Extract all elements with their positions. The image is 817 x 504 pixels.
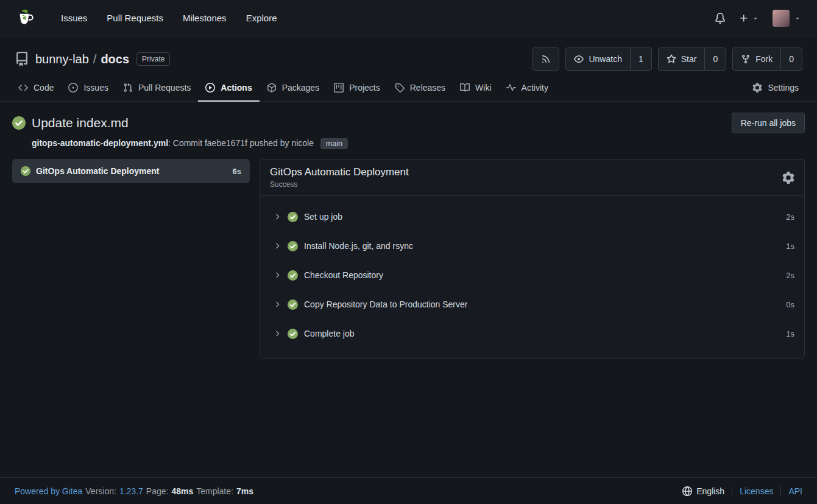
chevron-right-icon [273,242,281,250]
jobs-sidebar: GitOps Automatic Deployment 6s [12,159,250,183]
star-button-group: Star 0 [658,47,726,71]
branch-badge[interactable]: main [320,138,348,149]
job-duration: 6s [233,167,241,176]
fork-count[interactable]: 0 [780,48,802,70]
star-button[interactable]: Star [659,48,705,70]
powered-by-gitea-link[interactable]: Powered by Gitea [15,486,82,496]
watch-button-group: Unwatch 1 [565,47,651,71]
step-success-check-icon [288,299,298,310]
job-list-item[interactable]: GitOps Automatic Deployment 6s [12,159,250,183]
step-duration: 2s [786,212,794,222]
fork-button[interactable]: Fork [733,48,780,70]
repo-name-link[interactable]: docs [101,52,129,66]
step-name: Set up job [304,212,342,222]
step-name: Complete job [304,329,355,338]
tab-code[interactable]: Code [11,75,61,102]
step-name: Checkout Repository [304,270,383,280]
actions-run-view: Update index.md Re-run all jobs gitops-a… [0,102,817,359]
api-link[interactable]: API [788,486,802,496]
globe-icon [682,486,692,496]
nav-link-explore[interactable]: Explore [236,8,287,28]
project-board-icon [334,83,344,93]
version-label: Version: [85,486,116,496]
job-detail-header: GitOps Automatic Deployment Success [260,159,804,196]
repo-action-buttons: Unwatch 1 Star 0 Fork 0 [532,47,802,71]
workflow-file-link[interactable]: gitops-automatic-deployment.yml [32,138,168,148]
step-duration: 1s [786,242,794,251]
pulse-icon [506,83,516,93]
step-row[interactable]: Complete job 1s [260,319,804,348]
step-success-check-icon [288,270,298,281]
tab-settings[interactable]: Settings [745,75,806,102]
tab-issues[interactable]: Issues [61,75,115,102]
rerun-all-jobs-button[interactable]: Re-run all jobs [732,113,805,133]
repo-icon [15,52,29,66]
job-steps-list: Set up job 2s Install Node.js, git, and … [260,196,804,358]
chevron-right-icon [273,329,281,338]
tab-wiki[interactable]: Wiki [453,75,498,102]
plus-icon [739,13,749,23]
create-new-button[interactable] [739,13,759,23]
nav-link-milestones[interactable]: Milestones [173,8,236,28]
tab-activity[interactable]: Activity [499,75,556,102]
fork-button-group: Fork 0 [732,47,802,71]
step-success-check-icon [288,241,298,251]
star-count[interactable]: 0 [704,48,726,70]
top-navbar: Issues Pull Requests Milestones Explore [0,0,817,37]
job-options-gear-icon[interactable] [782,172,794,184]
unwatch-button[interactable]: Unwatch [566,48,629,70]
gitea-logo[interactable] [16,9,35,28]
step-row[interactable]: Copy Repository Data to Production Serve… [260,290,804,319]
notifications-bell-icon[interactable] [715,13,726,24]
run-subtitle: gitops-automatic-deployment.yml: Commit … [32,138,805,149]
private-badge: Private [136,52,170,66]
tab-packages[interactable]: Packages [260,75,327,102]
chevron-down-icon [794,15,801,22]
job-status-text: Success [270,180,782,189]
watch-count[interactable]: 1 [630,48,651,70]
avatar [773,10,790,27]
tab-pull-requests[interactable]: Pull Requests [116,75,198,102]
settings-gear-icon [752,83,762,93]
package-icon [267,83,277,93]
fork-icon [741,54,751,64]
issue-icon [68,83,78,93]
page-time-value: 48ms [171,486,193,496]
nav-link-issues[interactable]: Issues [51,8,97,28]
step-duration: 0s [786,300,794,309]
step-row[interactable]: Checkout Repository 2s [260,261,804,290]
job-detail-title: GitOps Automatic Deployment [270,166,782,178]
repo-title-separator: / [93,52,97,66]
footer-divider [780,486,781,496]
eye-icon [574,54,584,64]
step-duration: 2s [786,271,794,280]
chevron-right-icon [273,212,281,221]
run-title: Update index.md [32,116,129,130]
user-menu-button[interactable] [773,10,801,27]
step-row[interactable]: Set up job 2s [260,202,804,231]
commit-info-text: : Commit faebe1671f pushed by nicole [168,138,314,148]
repo-header: bunny-lab / docs Private Unwatch 1 Star [0,37,817,102]
repo-title: bunny-lab / docs [35,52,129,66]
step-name: Install Node.js, git, and rsync [304,241,413,251]
step-name: Copy Repository Data to Production Serve… [304,299,467,309]
rss-button[interactable] [532,47,559,71]
rss-icon [541,54,551,64]
licenses-link[interactable]: Licenses [740,486,773,496]
version-link[interactable]: 1.23.7 [119,486,143,496]
step-duration: 1s [786,329,794,338]
tab-actions[interactable]: Actions [198,75,259,102]
chevron-down-icon [752,15,759,22]
tab-releases[interactable]: Releases [387,75,453,102]
language-selector[interactable]: English [682,486,724,496]
repo-owner-link[interactable]: bunny-lab [35,52,89,66]
run-success-check-icon [12,116,26,130]
pull-request-icon [123,83,133,93]
step-row[interactable]: Install Node.js, git, and rsync 1s [260,231,804,261]
star-icon [667,54,676,64]
nav-link-pull-requests[interactable]: Pull Requests [97,8,173,28]
job-name: GitOps Automatic Deployment [36,166,227,176]
tab-projects[interactable]: Projects [327,75,387,102]
page-time-label: Page: [146,486,169,496]
code-icon [18,83,28,93]
